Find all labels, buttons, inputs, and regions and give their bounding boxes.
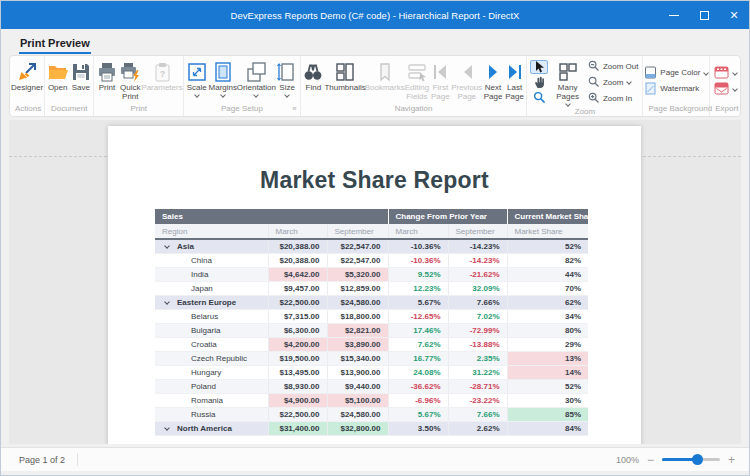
page-color-button[interactable]: Page Color [644, 66, 708, 80]
last-page-button[interactable]: Last Page [504, 58, 526, 103]
many-pages-icon [557, 60, 579, 83]
editing-fields-button[interactable]: Editing Fields [404, 58, 429, 103]
many-pages-button[interactable]: Many Pages [550, 58, 585, 106]
zoom-decrease-button[interactable]: − [647, 454, 654, 466]
report-data-row: Belarus$7,315.00$18,800.00-12.65%7.02%34… [155, 309, 588, 323]
zoom-in-icon [588, 92, 600, 104]
print-icon [96, 60, 118, 83]
report-group-row: Eastern Europe$22,500.00$24,580.005.67%7… [155, 295, 588, 309]
value-cell: 85% [507, 407, 588, 421]
scale-dropdown-icon [194, 92, 200, 98]
next-page-button[interactable]: Next Page [482, 58, 504, 103]
previous-page-button[interactable]: Previous Page [451, 58, 482, 103]
value-cell: 14% [507, 365, 588, 379]
find-button[interactable]: Find [302, 58, 325, 103]
report-data-row: Poland$8,930.00$9,440.00-36.62%-28.71%52… [155, 379, 588, 393]
export-document-button[interactable] [714, 66, 737, 80]
report-data-row: Hungary$13,495.00$13,900.0024.08%31.22%1… [155, 365, 588, 379]
maximize-button[interactable] [689, 1, 719, 29]
size-button[interactable]: Size [276, 58, 299, 103]
magnifier-tool-button[interactable] [530, 90, 548, 104]
first-page-button[interactable]: First Page [430, 58, 452, 103]
open-icon [47, 60, 69, 83]
preview-workspace[interactable]: Market Share Report Sales Change From Pr… [9, 120, 741, 444]
tab-print-preview[interactable]: Print Preview [19, 33, 91, 54]
value-cell: 52% [507, 239, 588, 253]
value-cell: 24.08% [388, 365, 448, 379]
value-cell: $31,400.00 [268, 421, 327, 435]
zoom-button[interactable]: Zoom [588, 75, 639, 89]
region-label: Bulgaria [191, 326, 220, 335]
close-button[interactable]: × [719, 1, 749, 29]
scale-button[interactable]: Scale [185, 58, 208, 103]
report-table: Sales Change From Prior Year Current Mar… [155, 209, 588, 436]
quick-print-button[interactable]: Quick Print [119, 58, 142, 103]
report-data-row: Czech Republic$19,500.00$15,340.0016.77%… [155, 351, 588, 365]
value-cell: 9.52% [388, 267, 448, 281]
page-color-dropdown-icon [704, 70, 710, 76]
region-cell: Belarus [155, 309, 268, 323]
hand-icon [533, 76, 546, 89]
region-cell: Japan [155, 281, 268, 295]
zoom-in-button[interactable]: Zoom In [588, 91, 639, 105]
value-cell: -14.23% [448, 253, 507, 267]
ribbon-tab-strip: Print Preview [1, 29, 749, 54]
first-page-icon [430, 60, 450, 83]
collapse-chevron-icon[interactable] [164, 299, 170, 305]
bookmarks-button[interactable]: Bookmarks [365, 58, 404, 103]
region-label: Russia [191, 410, 215, 419]
group-caption-export: Export [711, 103, 739, 116]
zoom-out-icon [588, 60, 600, 72]
value-cell: 30% [507, 393, 588, 407]
value-cell: 84% [507, 421, 588, 435]
zoom-increase-button[interactable]: + [728, 454, 735, 466]
report-column-header-row: Region March September March September M… [155, 224, 588, 239]
collapse-chevron-icon[interactable] [164, 243, 170, 249]
value-cell: -10.36% [388, 253, 448, 267]
column-header-march-sales: March [268, 224, 327, 239]
minimize-button[interactable] [659, 1, 689, 29]
bookmarks-icon [374, 60, 396, 83]
margins-icon [212, 60, 234, 83]
region-label: Hungary [191, 368, 221, 377]
collapse-chevron-icon[interactable] [164, 425, 170, 431]
orientation-icon [245, 60, 267, 83]
value-cell: 31.22% [448, 365, 507, 379]
save-button[interactable]: Save [69, 58, 92, 103]
parameters-button[interactable]: ? Parameters [142, 58, 182, 103]
orientation-button[interactable]: Orientation [237, 58, 275, 103]
margins-button[interactable]: Margins [208, 58, 237, 103]
value-cell: $15,340.00 [327, 351, 388, 365]
previous-page-icon [457, 60, 477, 83]
zoom-out-button[interactable]: Zoom Out [588, 59, 639, 73]
ribbon-group-page-setup: Scale Margins Orientation [184, 56, 301, 116]
print-button[interactable]: Print [95, 58, 118, 103]
zoom-slider[interactable] [662, 458, 720, 461]
value-cell: 44% [507, 267, 588, 281]
value-cell: 5.67% [388, 407, 448, 421]
value-cell: $32,800.00 [327, 421, 388, 435]
column-header-september-change: September [448, 224, 507, 239]
report-table-body: Asia$20,388.00$22,547.00-10.36%-14.23%52… [155, 239, 588, 435]
export-mail-dropdown-icon [732, 86, 738, 92]
thumbnails-button[interactable]: Thumbnails [325, 58, 365, 103]
pointer-tool-button[interactable] [530, 60, 548, 74]
editing-fields-icon [406, 60, 428, 83]
value-cell: 2.62% [448, 421, 507, 435]
group-collapse-icon[interactable]: « [292, 103, 296, 115]
value-cell: $22,500.00 [268, 407, 327, 421]
designer-button[interactable]: Designer [11, 58, 43, 103]
zoom-slider-thumb[interactable] [692, 454, 703, 465]
value-cell: $20,388.00 [268, 253, 327, 267]
save-icon [70, 60, 92, 83]
value-cell: -13.88% [448, 337, 507, 351]
value-cell: 7.62% [388, 337, 448, 351]
hand-tool-button[interactable] [530, 75, 548, 89]
export-mail-button[interactable] [714, 82, 737, 96]
open-button[interactable]: Open [46, 58, 69, 103]
zoom-level: 100% [616, 455, 639, 465]
value-cell: $4,642.00 [268, 267, 327, 281]
watermark-button[interactable]: Watermark [644, 82, 708, 96]
report-data-row: Japan$9,457.00$12,859.0012.23%32.09%70% [155, 281, 588, 295]
app-window: DevExpress Reports Demo (C# code) - Hier… [0, 0, 750, 476]
